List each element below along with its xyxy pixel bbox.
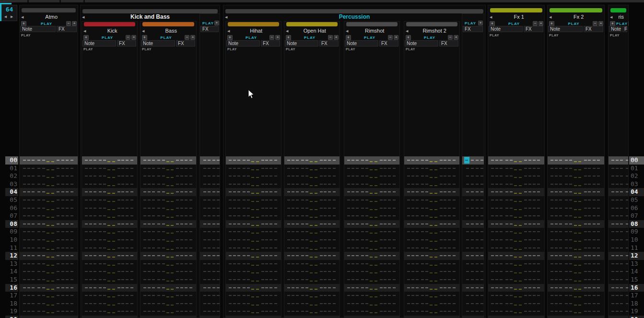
pattern-cell[interactable] [609, 292, 628, 300]
collapse-left-icon[interactable]: ◀ [20, 14, 25, 20]
pattern-cell[interactable] [20, 220, 78, 228]
pattern-cell[interactable] [226, 244, 281, 252]
pattern-cell[interactable] [488, 156, 544, 165]
pattern-cell[interactable] [284, 172, 340, 180]
pattern-cell[interactable] [609, 228, 628, 236]
pattern-cell[interactable] [226, 284, 281, 292]
pattern-cell[interactable] [20, 276, 78, 284]
pattern-cell[interactable] [20, 196, 78, 204]
pattern-cell[interactable] [200, 236, 220, 244]
pattern-cell[interactable] [609, 165, 628, 173]
pattern-cell[interactable] [141, 188, 196, 196]
pattern-cell[interactable] [200, 307, 220, 316]
track-color-bar[interactable] [142, 22, 194, 26]
fx-column-header[interactable]: FX [261, 40, 280, 47]
pattern-cell[interactable] [82, 156, 137, 165]
pattern-cell[interactable] [548, 300, 604, 308]
pattern-cell[interactable] [200, 165, 220, 173]
track-color-bar[interactable] [550, 8, 602, 12]
pattern-cell[interactable] [284, 307, 340, 316]
pattern-cell[interactable] [284, 204, 340, 212]
pattern-cell[interactable] [548, 156, 604, 165]
pattern-cell[interactable] [404, 307, 459, 316]
pattern-cell[interactable] [141, 172, 196, 180]
pattern-cell[interactable] [20, 307, 78, 316]
pattern-cell[interactable] [226, 276, 281, 284]
remove-note-column-button[interactable]: − [269, 35, 274, 40]
pattern-cell[interactable] [226, 292, 281, 300]
fx-column-header[interactable]: FX [379, 40, 398, 47]
pattern-cell[interactable] [462, 307, 484, 316]
pattern-cell[interactable] [226, 252, 281, 260]
pattern-cell[interactable] [344, 252, 399, 260]
pattern-cell[interactable] [488, 316, 544, 318]
note-column-header[interactable]: Note [405, 40, 438, 47]
note-column-play-label[interactable]: PLAY [142, 47, 152, 51]
pattern-cell[interactable] [548, 276, 604, 284]
note-column-play-label[interactable]: PLAY [286, 47, 295, 51]
pattern-cell[interactable] [226, 307, 281, 316]
pattern-cell[interactable] [488, 276, 544, 284]
pattern-cell[interactable] [284, 236, 340, 244]
pattern-cell[interactable] [462, 236, 484, 244]
pattern-cell[interactable] [82, 284, 137, 292]
pattern-cell[interactable] [226, 228, 281, 236]
remove-note-column-button[interactable]: − [185, 35, 189, 40]
pattern-cell[interactable] [226, 156, 281, 165]
pattern-cell[interactable] [488, 196, 544, 204]
pattern-cell[interactable] [488, 307, 544, 316]
pattern-cell[interactable] [82, 300, 137, 308]
pattern-cell[interactable] [344, 284, 399, 292]
note-column-header[interactable]: Note [82, 40, 116, 47]
pattern-cell[interactable] [284, 165, 340, 173]
group-color-bar[interactable] [82, 9, 218, 13]
pattern-cell[interactable] [344, 276, 399, 284]
pattern-cell[interactable] [609, 260, 628, 268]
pattern-cell[interactable] [226, 316, 281, 318]
pattern-cell[interactable] [344, 180, 399, 188]
group-play-button[interactable]: PLAY [200, 21, 214, 25]
pattern-cell[interactable] [462, 156, 484, 165]
track-name-fx-1[interactable]: Fx 1 [493, 14, 544, 20]
collapse-left-icon[interactable]: ◀ [609, 14, 614, 20]
pattern-cell[interactable] [200, 204, 220, 212]
add-fx-column-button[interactable]: + [214, 21, 219, 25]
pattern-cell[interactable] [548, 244, 604, 252]
note-column-header[interactable]: Note [226, 40, 260, 47]
track-name-ris[interactable]: ris [614, 14, 628, 20]
pattern-cell[interactable] [344, 228, 399, 236]
pattern-cell[interactable] [200, 284, 220, 292]
add-note-column-button[interactable]: + [454, 35, 458, 40]
collapse-left-icon[interactable]: ◀ [488, 14, 493, 20]
add-column-button[interactable]: + [286, 35, 291, 40]
pattern-cell[interactable] [82, 220, 137, 228]
add-column-button[interactable]: + [406, 35, 411, 40]
fx-column-header[interactable]: FX [176, 40, 195, 47]
add-note-column-button[interactable]: + [72, 21, 77, 26]
remove-note-column-button[interactable]: − [448, 35, 453, 40]
pattern-cell[interactable] [20, 316, 78, 318]
pattern-cell[interactable] [20, 244, 78, 252]
track-color-bar[interactable] [346, 22, 398, 26]
track-play-button[interactable]: PLAY [555, 22, 592, 26]
pattern-cell[interactable] [404, 165, 459, 173]
pattern-cell[interactable] [284, 244, 340, 252]
pattern-cell[interactable] [284, 292, 340, 300]
pattern-cell[interactable] [200, 212, 220, 220]
track-play-button[interactable]: PLAY [352, 35, 387, 40]
pattern-cell[interactable] [226, 212, 281, 220]
pattern-cell[interactable] [609, 284, 628, 292]
pattern-cell[interactable] [284, 284, 340, 292]
track-name-fx-2[interactable]: Fx 2 [553, 14, 604, 20]
pattern-cell[interactable] [609, 156, 628, 165]
pattern-cell[interactable] [404, 276, 459, 284]
collapse-left-icon[interactable]: ◀ [223, 14, 229, 20]
pattern-cell[interactable] [20, 300, 78, 308]
pattern-cell[interactable] [609, 307, 628, 316]
pattern-cell[interactable] [488, 292, 544, 300]
pattern-cell[interactable] [344, 300, 399, 308]
pattern-cell[interactable] [141, 292, 196, 300]
note-column-header[interactable]: Note [141, 40, 175, 47]
note-column-play-label[interactable]: PLAY [549, 34, 559, 37]
add-column-button[interactable]: + [490, 21, 495, 26]
